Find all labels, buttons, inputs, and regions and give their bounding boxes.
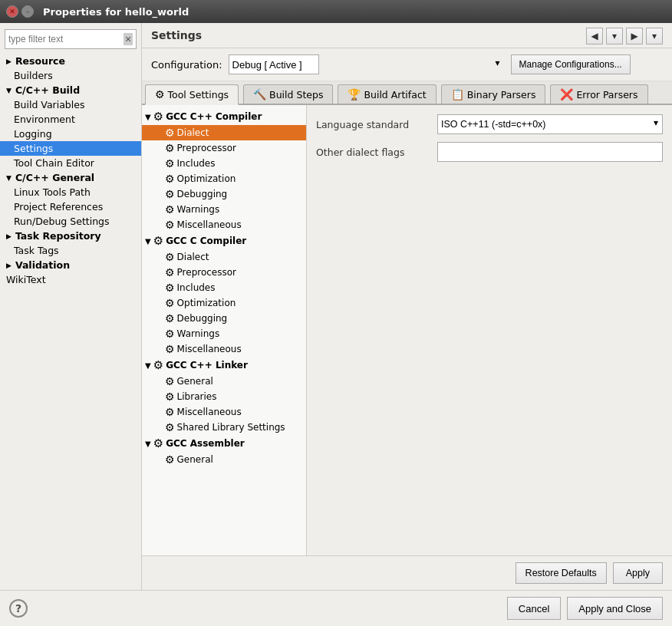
tree-item-label: Warnings [177,328,220,339]
nav-dropdown2-button[interactable]: ▾ [646,28,663,44]
shared-lib-icon: ⚙ [165,421,175,433]
tree-item-asm-general[interactable]: ⚙ General [142,452,306,467]
sidebar-item-label: Build Variables [14,99,84,110]
tree-item-c-dialect[interactable]: ⚙ Dialect [142,249,306,265]
includes-icon: ⚙ [165,157,175,170]
apply-button[interactable]: Apply [613,562,663,584]
tree-item-linker-miscellaneous[interactable]: ⚙ Miscellaneous [142,404,306,420]
tree-item-miscellaneous-cpp[interactable]: ⚙ Miscellaneous [142,217,306,232]
tree-item-linker-libraries[interactable]: ⚙ Libraries [142,389,306,404]
asm-general-icon: ⚙ [165,453,175,466]
tree-item-optimization[interactable]: ⚙ Optimization [142,171,306,186]
apply-and-close-button[interactable]: Apply and Close [567,597,663,620]
filter-box[interactable]: ✕ [5,29,137,49]
other-dialect-flags-input[interactable] [437,142,663,162]
sidebar-item-linux-tools-path[interactable]: Linux Tools Path [0,185,141,199]
sidebar-item-build-variables[interactable]: Build Variables [0,97,141,112]
tree-item-c-optimization[interactable]: ⚙ Optimization [142,295,306,311]
cancel-button[interactable]: Cancel [507,597,561,620]
title-bar: ✕ – Properties for hello_world [0,0,672,23]
window-controls[interactable]: ✕ – [6,5,34,18]
sidebar-item-cpp-general[interactable]: ▼ C/C++ General [0,170,141,185]
tree-item-label: Miscellaneous [177,344,242,354]
tree-item-c-warnings[interactable]: ⚙ Warnings [142,326,306,341]
config-dropdown[interactable]: Debug [ Active ] [229,54,319,74]
sidebar-item-wiki-text[interactable]: WikiText [0,272,141,287]
tree-item-c-debugging[interactable]: ⚙ Debugging [142,311,306,326]
tab-build-steps[interactable]: 🔨 Build Steps [243,84,333,104]
tree-item-label: Miscellaneous [177,219,242,230]
nav-dropdown-button[interactable]: ▾ [606,28,623,44]
tree-item-label: GCC Assembler [166,438,245,449]
tab-error-parsers[interactable]: ❌ Error Parsers [550,84,647,104]
tree-item-c-includes[interactable]: ⚙ Includes [142,280,306,295]
sidebar-item-run-debug-settings[interactable]: Run/Debug Settings [0,214,141,229]
tree-item-c-miscellaneous[interactable]: ⚙ Miscellaneous [142,341,306,357]
sidebar-item-project-references[interactable]: Project References [0,199,141,214]
assembler-icon: ⚙ [153,437,163,450]
footer-buttons: Cancel Apply and Close [507,597,663,620]
sidebar-item-cpp-build[interactable]: ▼ C/C++ Build [0,83,141,97]
sidebar-item-label: Linux Tools Path [14,186,91,198]
expand-icon: ▶ [6,232,12,240]
sidebar-item-task-tags[interactable]: Task Tags [0,243,141,258]
sidebar-item-validation[interactable]: ▶ Validation [0,258,141,272]
tree-item-warnings[interactable]: ⚙ Warnings [142,202,306,217]
tree-item-linker-general[interactable]: ⚙ General [142,374,306,389]
libraries-icon: ⚙ [165,390,175,403]
help-button[interactable]: ? [9,599,28,618]
tree-item-c-preprocessor[interactable]: ⚙ Preprocessor [142,265,306,280]
expand-icon: ▶ [6,262,12,269]
tree-section-gcc-cpp-compiler[interactable]: ▼ ⚙ GCC C++ Compiler [142,108,306,125]
sidebar-item-resource[interactable]: ▶ Resource [0,54,141,68]
misc-icon: ⚙ [165,219,175,231]
tree-item-preprocessor[interactable]: ⚙ Preprocessor [142,140,306,156]
c-preprocessor-icon: ⚙ [165,266,175,278]
expand-icon: ▼ [145,237,151,245]
expand-icon: ▼ [6,87,12,94]
sidebar-item-label: Resource [15,55,65,67]
tree-section-gcc-c-compiler[interactable]: ▼ ⚙ GCC C Compiler [142,232,306,249]
error-parsers-icon: ❌ [560,88,573,100]
minimize-button[interactable]: – [21,5,34,18]
tree-item-debugging[interactable]: ⚙ Debugging [142,186,306,202]
c-warnings-icon: ⚙ [165,328,175,340]
language-standard-label: Language standard [316,119,431,130]
tab-build-artifact[interactable]: 🏆 Build Artifact [338,84,436,104]
nav-forward-button[interactable]: ▶ [626,28,643,44]
sidebar-item-settings[interactable]: Settings [0,141,141,156]
tab-tool-settings[interactable]: ⚙ Tool Settings [145,84,239,105]
config-label: Configuration: [151,59,222,71]
sidebar-item-builders[interactable]: Builders [0,68,141,83]
sidebar-item-label: Environment [14,114,75,125]
tree-section-gcc-assembler[interactable]: ▼ ⚙ GCC Assembler [142,435,306,452]
tree-item-shared-library-settings[interactable]: ⚙ Shared Library Settings [142,420,306,435]
restore-defaults-button[interactable]: Restore Defaults [516,562,607,584]
sidebar-item-label: Task Repository [15,230,101,242]
sidebar-item-label: Task Tags [14,245,59,256]
sidebar-item-tool-chain-editor[interactable]: Tool Chain Editor [0,156,141,170]
tree-item-label: Optimization [177,298,236,308]
tree-item-label: Warnings [177,204,220,215]
filter-input[interactable] [8,34,124,44]
close-button[interactable]: ✕ [6,5,18,18]
sidebar-item-label: Validation [15,259,70,271]
build-steps-icon: 🔨 [253,88,266,100]
language-standard-dropdown[interactable]: ISO C++11 (-std=c++0x) [437,114,663,134]
window-title: Properties for hello_world [40,6,666,18]
tree-item-label: Libraries [177,391,217,402]
sidebar-item-environment[interactable]: Environment [0,112,141,127]
tab-label: Error Parsers [576,89,637,100]
sidebar-item-task-repository[interactable]: ▶ Task Repository [0,229,141,243]
filter-clear-button[interactable]: ✕ [124,33,133,45]
tree-item-label: General [177,454,213,465]
tree-item-includes[interactable]: ⚙ Includes [142,156,306,171]
sidebar-item-label: Run/Debug Settings [14,216,110,227]
tree-item-label: Debugging [177,189,228,199]
tab-binary-parsers[interactable]: 📋 Binary Parsers [441,84,546,104]
tree-section-gcc-cpp-linker[interactable]: ▼ ⚙ GCC C++ Linker [142,357,306,374]
manage-configurations-button[interactable]: Manage Configurations... [511,54,631,74]
nav-back-button[interactable]: ◀ [586,28,603,44]
sidebar-item-logging[interactable]: Logging [0,127,141,141]
tree-item-dialect[interactable]: ⚙ Dialect [142,125,306,140]
